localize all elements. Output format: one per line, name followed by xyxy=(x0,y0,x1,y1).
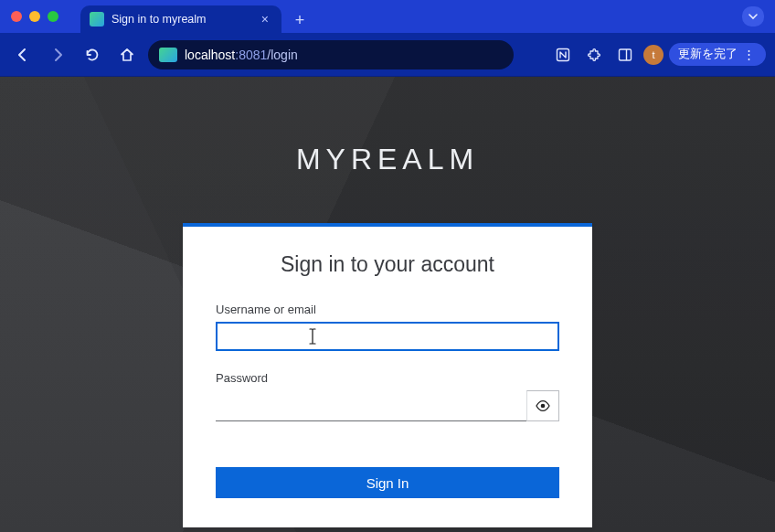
profile-avatar[interactable]: t xyxy=(643,45,664,65)
site-identity-icon xyxy=(159,48,177,62)
maximize-window-button[interactable] xyxy=(48,11,58,22)
panel-icon xyxy=(617,47,633,63)
arrow-right-icon xyxy=(49,47,66,63)
url-path: /login xyxy=(267,48,297,62)
page-viewport: MYREALM Sign in to your account Username… xyxy=(0,77,775,532)
tab-close-button[interactable]: × xyxy=(258,12,272,27)
extension-notion-button[interactable] xyxy=(550,42,576,68)
browser-tab-active[interactable]: Sign in to myrealm × xyxy=(80,5,281,33)
tab-favicon-icon xyxy=(90,12,104,27)
realm-title: MYREALM xyxy=(0,143,775,176)
username-label: Username or email xyxy=(216,303,559,316)
reload-icon xyxy=(84,47,101,63)
update-label: 更新を完了 xyxy=(678,47,738,62)
tab-overflow-button[interactable] xyxy=(742,6,764,27)
browser-window: Sign in to myrealm × + localhost:80 xyxy=(0,0,775,532)
url-text: localhost:8081/login xyxy=(185,48,298,62)
side-panel-button[interactable] xyxy=(612,42,638,68)
url-host: localhost xyxy=(185,48,235,62)
password-label: Password xyxy=(216,371,559,385)
back-button[interactable] xyxy=(9,41,37,69)
update-button[interactable]: 更新を完了 ⋮ xyxy=(669,43,766,66)
eye-icon xyxy=(535,398,551,414)
toggle-password-visibility-button[interactable] xyxy=(526,390,559,421)
username-field: Username or email xyxy=(216,303,559,351)
new-tab-button[interactable]: + xyxy=(287,7,313,33)
username-input[interactable] xyxy=(216,322,559,351)
arrow-left-icon xyxy=(15,47,31,63)
browser-toolbar: localhost:8081/login t 更新を完了 ⋮ xyxy=(0,33,775,77)
login-card: Sign in to your account Username or emai… xyxy=(183,223,592,527)
svg-point-3 xyxy=(541,404,546,409)
sign-in-label: Sign In xyxy=(366,475,409,491)
minimize-window-button[interactable] xyxy=(29,11,40,22)
puzzle-icon xyxy=(586,47,602,63)
password-field: Password xyxy=(216,371,559,421)
toolbar-right: t 更新を完了 ⋮ xyxy=(550,42,766,68)
tab-title: Sign in to myrealm xyxy=(111,13,250,26)
extensions-menu-button[interactable] xyxy=(581,42,607,68)
url-port: :8081 xyxy=(235,48,267,62)
reload-button[interactable] xyxy=(79,41,106,69)
sign-in-button[interactable]: Sign In xyxy=(216,467,559,498)
window-controls xyxy=(5,11,58,22)
menu-dots-icon: ⋮ xyxy=(743,48,757,61)
tab-strip: Sign in to myrealm × + xyxy=(80,0,313,33)
home-button[interactable] xyxy=(113,41,141,69)
svg-rect-1 xyxy=(620,49,632,60)
card-heading: Sign in to your account xyxy=(216,252,559,277)
address-bar[interactable]: localhost:8081/login xyxy=(148,40,514,69)
forward-button[interactable] xyxy=(44,41,71,69)
close-window-button[interactable] xyxy=(11,11,22,22)
chevron-down-icon xyxy=(748,12,758,21)
titlebar: Sign in to myrealm × + xyxy=(0,0,775,33)
password-input[interactable] xyxy=(216,390,526,421)
home-icon xyxy=(119,47,135,63)
notion-icon xyxy=(555,47,571,63)
avatar-letter: t xyxy=(652,49,654,60)
